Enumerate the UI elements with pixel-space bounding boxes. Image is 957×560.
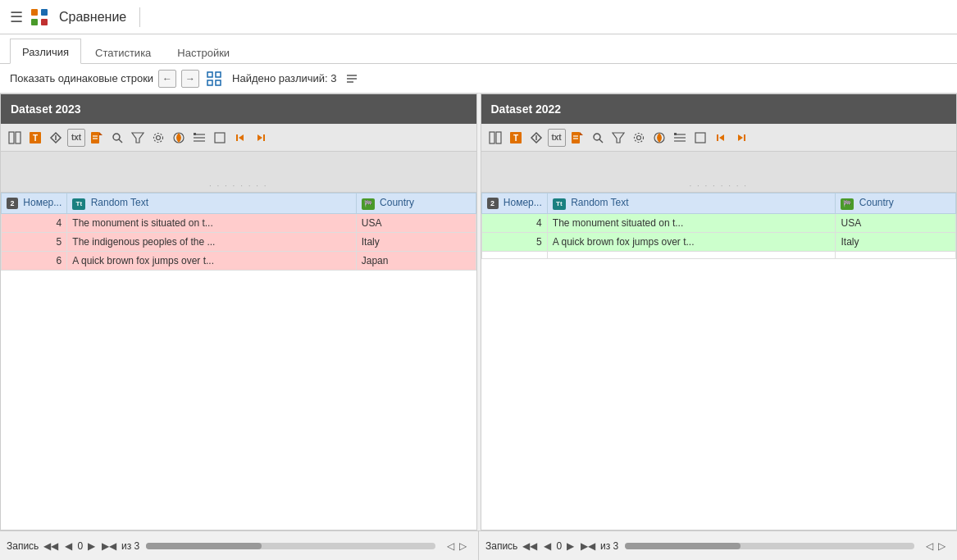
right-tool-color-btn[interactable] [650, 129, 668, 147]
header-divider [139, 7, 140, 27]
left-table-row[interactable]: 4 The monument is situated on t... USA [2, 213, 476, 232]
right-tool-prev-diff-btn[interactable] [712, 129, 730, 147]
left-row-3-text: A quick brown fox jumps over t... [67, 251, 356, 270]
right-tool-settings-btn[interactable] [630, 129, 648, 147]
app-header: ☰ Сравнение [0, 0, 957, 34]
tab-differences[interactable]: Различия [10, 39, 81, 64]
left-tool-highlight-btn[interactable]: T [26, 129, 44, 147]
left-col-country-label: Country [380, 197, 414, 208]
left-tool-settings-btn[interactable] [149, 129, 167, 147]
right-table-row[interactable] [481, 251, 956, 258]
left-current-value: 0 [77, 540, 83, 552]
right-drag-handle: · · · · · · · · [689, 181, 748, 190]
left-tool-next-diff-btn[interactable] [252, 129, 270, 147]
svg-rect-2 [31, 19, 38, 25]
right-col-country-header[interactable]: 🏁 Country [836, 193, 956, 214]
right-tool-filter-btn[interactable] [609, 129, 627, 147]
left-panel-grey-area: · · · · · · · · [1, 152, 476, 193]
right-panel-title: Dataset 2022 [491, 102, 562, 116]
right-current-value: 0 [556, 540, 562, 552]
diff-count-label: Найдено различий: 3 [232, 72, 336, 84]
right-tool-text-btn[interactable]: txt [548, 129, 566, 147]
left-table-row[interactable]: 6 A quick brown fox jumps over t... Japa… [2, 251, 476, 270]
left-nav-first[interactable]: ◀◀ [42, 539, 60, 553]
tab-statistics[interactable]: Статистика [83, 39, 163, 64]
right-scroll-left[interactable]: ◁ [924, 539, 935, 553]
svg-point-25 [154, 133, 163, 142]
left-table-row[interactable]: 5 The indigenous peoples of the ... Ital… [2, 232, 476, 251]
right-col-text-header[interactable]: Tt Random Text [547, 193, 836, 214]
right-tool-search-btn[interactable] [589, 129, 607, 147]
left-col-country-header[interactable]: 🏁 Country [356, 193, 476, 214]
left-panel-title: Dataset 2023 [11, 102, 81, 116]
right-tool-next-diff-btn[interactable] [732, 129, 750, 147]
right-scrollbar[interactable] [625, 543, 914, 549]
left-scroll-left[interactable]: ◁ [445, 539, 456, 553]
svg-marker-23 [132, 133, 144, 143]
tab-settings[interactable]: Настройки [165, 39, 242, 64]
svg-rect-31 [215, 133, 225, 143]
svg-point-46 [594, 134, 600, 140]
svg-rect-1 [41, 9, 48, 16]
right-table-row[interactable]: 4 The monument situated on t... USA [481, 213, 956, 232]
right-row-3-num [481, 251, 547, 258]
left-col-text-header[interactable]: Tt Random Text [67, 193, 356, 214]
bottom-bars: Запись ◀◀ ◀ 0 ▶ ▶◀ из 3 ◁ ▷ Запись ◀◀ ◀ … [0, 530, 957, 560]
left-panel-table-container[interactable]: 2 Номер... Tt Random Text 🏁 Country [1, 193, 476, 530]
left-tool-export-btn[interactable] [88, 129, 106, 147]
right-scroll-thumb[interactable] [625, 543, 741, 549]
grid-view-button[interactable] [204, 69, 224, 89]
right-panel-table-container[interactable]: 2 Номер... Tt Random Text 🏁 Country [481, 193, 957, 530]
left-tool-columns-btn[interactable] [6, 129, 24, 147]
right-nav-next[interactable]: ▶ [565, 539, 576, 553]
left-scroll-right[interactable]: ▷ [458, 539, 468, 553]
right-tool-list-btn[interactable] [671, 129, 689, 147]
app-title: Сравнение [59, 10, 126, 25]
right-nav-prev[interactable]: ◀ [542, 539, 553, 553]
left-drag-handle: · · · · · · · · [209, 181, 268, 190]
diff-options-button[interactable] [342, 69, 362, 89]
left-nav-next[interactable]: ▶ [86, 539, 97, 553]
right-panel-table: 2 Номер... Tt Random Text 🏁 Country [481, 193, 957, 259]
svg-rect-36 [490, 132, 494, 143]
svg-point-49 [636, 135, 640, 139]
right-tool-diff-view-btn[interactable] [527, 129, 545, 147]
left-tool-list-btn[interactable] [190, 129, 208, 147]
left-tool-color-btn[interactable] [170, 129, 188, 147]
right-tool-box-btn[interactable] [691, 129, 709, 147]
prev-diff-button[interactable]: ← [158, 70, 176, 88]
left-tool-diff-view-btn[interactable] [47, 129, 65, 147]
right-panel: Dataset 2022 T txt [481, 93, 958, 530]
left-tool-search-btn[interactable] [108, 129, 126, 147]
right-table-row[interactable]: 5 A quick brown fox jumps over t... Ital… [481, 232, 956, 251]
left-row-2-text: The indigenous peoples of the ... [67, 232, 356, 251]
right-tool-export-btn[interactable] [568, 129, 586, 147]
left-tool-box-btn[interactable] [211, 129, 229, 147]
right-nav-first[interactable]: ◀◀ [521, 539, 539, 553]
left-row-1-text: The monument is situated on t... [67, 213, 356, 232]
right-row-3-country [836, 251, 956, 258]
left-nav-last[interactable]: ▶◀ [100, 539, 118, 553]
right-col-country-label: Country [859, 197, 894, 208]
next-diff-button[interactable]: → [181, 70, 199, 88]
svg-point-24 [157, 135, 161, 139]
left-tool-text-btn[interactable]: txt [67, 129, 85, 147]
right-scroll-right[interactable]: ▷ [936, 539, 947, 553]
left-scrollbar[interactable] [146, 543, 435, 549]
left-tool-filter-btn[interactable] [129, 129, 147, 147]
svg-line-22 [119, 139, 122, 143]
left-tool-prev-diff-btn[interactable] [231, 129, 249, 147]
svg-text:T: T [33, 134, 38, 143]
right-col-num-header[interactable]: 2 Номер... [481, 193, 547, 214]
svg-rect-0 [31, 9, 38, 16]
left-scroll-thumb[interactable] [146, 543, 262, 549]
right-tool-highlight-btn[interactable]: T [507, 129, 525, 147]
left-nav-prev[interactable]: ◀ [63, 539, 74, 553]
left-col-num-header[interactable]: 2 Номер... [2, 193, 67, 214]
svg-rect-6 [207, 80, 212, 85]
svg-marker-48 [613, 133, 624, 143]
right-tool-columns-btn[interactable] [486, 129, 504, 147]
right-nav-last[interactable]: ▶◀ [579, 539, 597, 553]
svg-rect-56 [695, 133, 705, 143]
hamburger-menu-icon[interactable]: ☰ [10, 8, 23, 26]
